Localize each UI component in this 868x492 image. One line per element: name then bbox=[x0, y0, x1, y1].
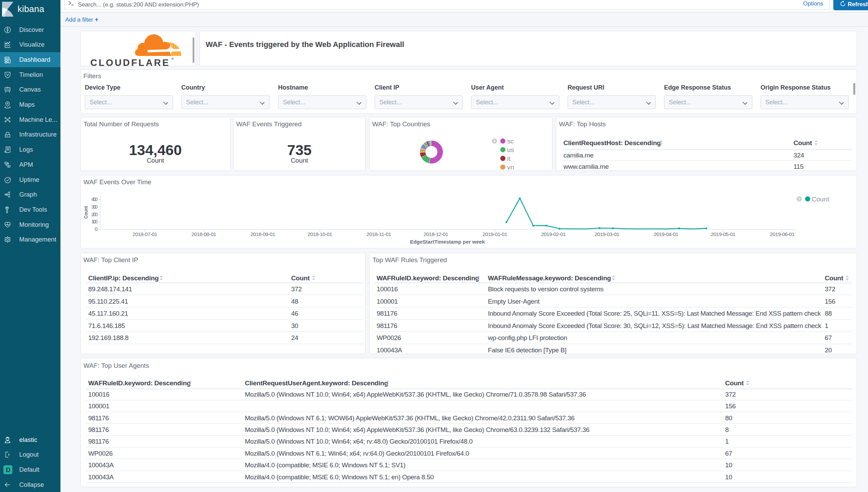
svg-text:vn: vn bbox=[507, 164, 514, 171]
svg-text:us: us bbox=[507, 146, 514, 153]
svg-text:2019-01-01: 2019-01-01 bbox=[483, 231, 507, 237]
svg-text:CLOUDFLARE: CLOUDFLARE bbox=[90, 57, 170, 66]
svg-text:Count: Count bbox=[812, 196, 829, 203]
svg-text:®: ® bbox=[171, 57, 174, 61]
svg-text:it: it bbox=[507, 155, 511, 162]
svg-text:2019-05-01: 2019-05-01 bbox=[711, 231, 735, 237]
svg-text:2018-07-01: 2018-07-01 bbox=[133, 231, 157, 237]
svg-text:400: 400 bbox=[91, 196, 98, 202]
svg-text:2019-04-01: 2019-04-01 bbox=[654, 231, 678, 237]
svg-text:2019-02-01: 2019-02-01 bbox=[541, 231, 566, 237]
svg-text:2019-03-01: 2019-03-01 bbox=[595, 231, 619, 237]
svg-text:2018-09-01: 2018-09-01 bbox=[251, 231, 275, 237]
svg-text:EdgeStartTimestamp per week: EdgeStartTimestamp per week bbox=[410, 239, 485, 245]
svg-text:0: 0 bbox=[95, 226, 98, 232]
svg-text:2018-10-01: 2018-10-01 bbox=[308, 231, 332, 237]
svg-text:2018-11-01: 2018-11-01 bbox=[367, 231, 391, 237]
svg-text:sc: sc bbox=[507, 138, 514, 145]
svg-text:Count: Count bbox=[83, 206, 89, 219]
svg-text:2018-08-01: 2018-08-01 bbox=[192, 231, 216, 237]
svg-text:200: 200 bbox=[91, 211, 98, 217]
svg-text:300: 300 bbox=[91, 204, 98, 210]
svg-text:100: 100 bbox=[91, 219, 98, 224]
svg-text:2018-12-01: 2018-12-01 bbox=[424, 231, 448, 237]
svg-text:2019-06-01: 2019-06-01 bbox=[770, 231, 795, 237]
